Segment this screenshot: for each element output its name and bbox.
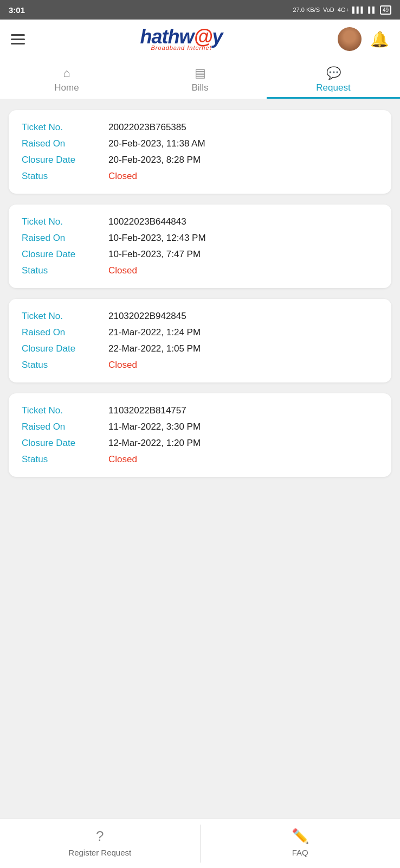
ticket-row-closure-1: Closure Date 20-Feb-2023, 8:28 PM bbox=[22, 155, 378, 165]
label-status-1: Status bbox=[22, 171, 108, 182]
label-raised-on-2: Raised On bbox=[22, 233, 108, 244]
ticket-row-status-3: Status Closed bbox=[22, 360, 378, 371]
label-closure-4: Closure Date bbox=[22, 438, 108, 449]
value-closure-4: 12-Mar-2022, 1:20 PM bbox=[108, 438, 378, 449]
ticket-card-2: Ticket No. 10022023B644843 Raised On 10-… bbox=[9, 205, 391, 288]
label-ticket-no-2: Ticket No. bbox=[22, 216, 108, 227]
value-ticket-no-2: 10022023B644843 bbox=[108, 216, 378, 227]
battery-icon: 49 bbox=[380, 5, 391, 15]
bottom-bar: ? Register Request ✏️ FAQ bbox=[0, 819, 400, 868]
avatar-image bbox=[338, 27, 362, 51]
label-ticket-no-1: Ticket No. bbox=[22, 122, 108, 133]
logo-y: y bbox=[212, 25, 223, 48]
bills-icon: ▤ bbox=[195, 66, 206, 80]
label-ticket-no-4: Ticket No. bbox=[22, 405, 108, 416]
home-icon: ⌂ bbox=[63, 66, 70, 80]
label-closure-3: Closure Date bbox=[22, 343, 108, 354]
register-icon: ? bbox=[96, 828, 104, 845]
value-status-2: Closed bbox=[108, 265, 378, 276]
value-status-4: Closed bbox=[108, 454, 378, 465]
tab-home-label: Home bbox=[54, 82, 79, 93]
network-type: VoD bbox=[323, 7, 334, 13]
faq-label: FAQ bbox=[292, 848, 308, 857]
value-ticket-no-1: 20022023B765385 bbox=[108, 122, 378, 133]
label-raised-on-3: Raised On bbox=[22, 327, 108, 338]
label-raised-on-1: Raised On bbox=[22, 138, 108, 149]
label-ticket-no-3: Ticket No. bbox=[22, 311, 108, 322]
avatar[interactable] bbox=[338, 27, 362, 51]
ticket-row-status-4: Status Closed bbox=[22, 454, 378, 465]
wifi-signal: ▌▌ bbox=[368, 7, 377, 13]
ticket-row-no-3: Ticket No. 21032022B942845 bbox=[22, 311, 378, 322]
tab-request[interactable]: 💬 Request bbox=[267, 59, 400, 99]
ticket-row-closure-4: Closure Date 12-Mar-2022, 1:20 PM bbox=[22, 438, 378, 449]
request-icon: 💬 bbox=[326, 66, 341, 80]
tab-request-label: Request bbox=[316, 82, 350, 93]
hamburger-menu[interactable] bbox=[11, 34, 25, 44]
label-raised-on-4: Raised On bbox=[22, 422, 108, 432]
network-speed: 27.0 KB/S bbox=[293, 7, 320, 13]
register-request-button[interactable]: ? Register Request bbox=[0, 819, 200, 868]
logo: hathw@y Broadband Internet bbox=[140, 27, 222, 51]
ticket-card-3: Ticket No. 21032022B942845 Raised On 21-… bbox=[9, 299, 391, 382]
ticket-row-no-4: Ticket No. 11032022B814757 bbox=[22, 405, 378, 416]
ticket-row-raised-2: Raised On 10-Feb-2023, 12:43 PM bbox=[22, 233, 378, 244]
status-bar: 3:01 27.0 KB/S VoD 4G+ ▌▌▌ ▌▌ 49 bbox=[0, 0, 400, 20]
label-closure-2: Closure Date bbox=[22, 249, 108, 260]
value-raised-on-1: 20-Feb-2023, 11:38 AM bbox=[108, 138, 378, 149]
ticket-row-raised-1: Raised On 20-Feb-2023, 11:38 AM bbox=[22, 138, 378, 149]
value-closure-2: 10-Feb-2023, 7:47 PM bbox=[108, 249, 378, 260]
value-raised-on-3: 21-Mar-2022, 1:24 PM bbox=[108, 327, 378, 338]
value-status-3: Closed bbox=[108, 360, 378, 371]
logo-text: hathw@y bbox=[140, 27, 222, 47]
value-status-1: Closed bbox=[108, 171, 378, 182]
ticket-row-closure-2: Closure Date 10-Feb-2023, 7:47 PM bbox=[22, 249, 378, 260]
signal-bars: ▌▌▌ bbox=[352, 7, 365, 13]
value-ticket-no-4: 11032022B814757 bbox=[108, 405, 378, 416]
faq-button[interactable]: ✏️ FAQ bbox=[201, 819, 401, 868]
ticket-row-status-1: Status Closed bbox=[22, 171, 378, 182]
header: hathw@y Broadband Internet 🔔 bbox=[0, 20, 400, 59]
label-status-3: Status bbox=[22, 360, 108, 371]
label-closure-1: Closure Date bbox=[22, 155, 108, 165]
faq-icon: ✏️ bbox=[292, 828, 309, 845]
signal-type: 4G+ bbox=[338, 7, 349, 13]
tab-bills-label: Bills bbox=[191, 82, 208, 93]
ticket-row-raised-3: Raised On 21-Mar-2022, 1:24 PM bbox=[22, 327, 378, 338]
value-closure-3: 22-Mar-2022, 1:05 PM bbox=[108, 343, 378, 354]
ticket-card-4: Ticket No. 11032022B814757 Raised On 11-… bbox=[9, 393, 391, 477]
logo-subtitle: Broadband Internet bbox=[151, 44, 211, 51]
tab-home[interactable]: ⌂ Home bbox=[0, 59, 133, 99]
ticket-card-1: Ticket No. 20022023B765385 Raised On 20-… bbox=[9, 110, 391, 194]
register-label: Register Request bbox=[68, 848, 131, 857]
value-closure-1: 20-Feb-2023, 8:28 PM bbox=[108, 155, 378, 165]
value-raised-on-2: 10-Feb-2023, 12:43 PM bbox=[108, 233, 378, 244]
nav-tabs: ⌂ Home ▤ Bills 💬 Request bbox=[0, 59, 400, 99]
status-icons: 27.0 KB/S VoD 4G+ ▌▌▌ ▌▌ 49 bbox=[293, 5, 391, 15]
header-right: 🔔 bbox=[338, 27, 389, 51]
status-time: 3:01 bbox=[9, 5, 25, 15]
label-status-4: Status bbox=[22, 454, 108, 465]
tab-bills[interactable]: ▤ Bills bbox=[133, 59, 267, 99]
value-raised-on-4: 11-Mar-2022, 3:30 PM bbox=[108, 422, 378, 432]
value-ticket-no-3: 21032022B942845 bbox=[108, 311, 378, 322]
ticket-row-raised-4: Raised On 11-Mar-2022, 3:30 PM bbox=[22, 422, 378, 432]
ticket-row-no-1: Ticket No. 20022023B765385 bbox=[22, 122, 378, 133]
tickets-list: Ticket No. 20022023B765385 Raised On 20-… bbox=[0, 99, 400, 750]
label-status-2: Status bbox=[22, 265, 108, 276]
ticket-row-status-2: Status Closed bbox=[22, 265, 378, 276]
ticket-row-closure-3: Closure Date 22-Mar-2022, 1:05 PM bbox=[22, 343, 378, 354]
bell-icon[interactable]: 🔔 bbox=[370, 30, 389, 48]
ticket-row-no-2: Ticket No. 10022023B644843 bbox=[22, 216, 378, 227]
